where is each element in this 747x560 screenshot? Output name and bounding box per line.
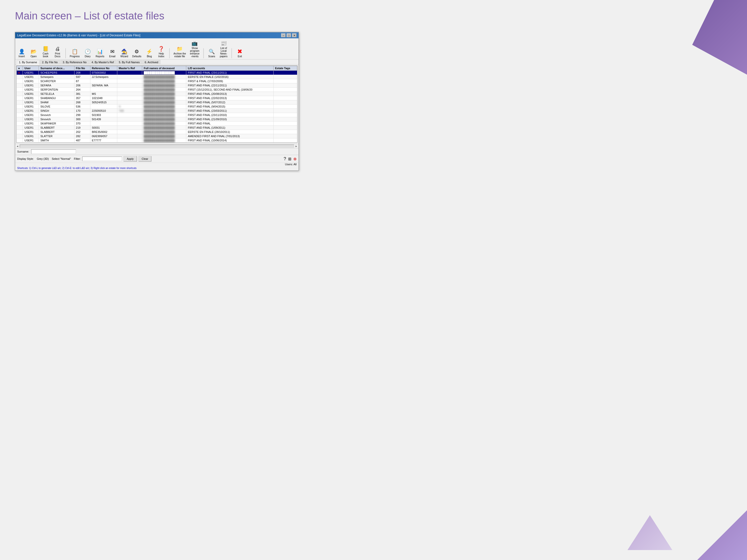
row-user: USER1: [23, 79, 39, 83]
filter-input[interactable]: [82, 157, 122, 161]
help-button[interactable]: ?: [284, 156, 286, 162]
tab-archived[interactable]: 6. Archived: [143, 60, 160, 64]
toolbar-exit[interactable]: ✖ Exit: [235, 48, 245, 58]
table-row[interactable]: USER1Scheepers597JJ Scheepers███████████…: [17, 75, 297, 79]
table-row[interactable]: USER1SHABANGU3571021048████████████████F…: [17, 96, 297, 100]
table-row[interactable]: USER1Sinovich300501439████████████████FI…: [17, 117, 297, 122]
close-button[interactable]: ✕: [292, 33, 297, 37]
col-header-fileno: File No: [74, 66, 90, 71]
row-accounts: FIRST AND FINAL (21/09/2010): [186, 117, 274, 122]
filter-label: Filter:: [74, 157, 81, 160]
row-dot-cell: [17, 113, 23, 117]
row-dot-cell: [17, 138, 23, 142]
row-accounts: FIRST AND FINAL (20/08/2013): [186, 92, 274, 96]
table-row[interactable]: USER1SERFONTEIN264████████████████FIRST …: [17, 88, 297, 92]
row-tags: [274, 117, 297, 122]
toolbar-open[interactable]: 📂 Open: [29, 48, 38, 58]
table-row[interactable]: USER1SCHROTER87████████████████FIRST & F…: [17, 79, 297, 83]
toolbar-blog[interactable]: ⚡ Blog: [145, 48, 154, 58]
table-row[interactable]: USER1SEFARA206SEFARA: MA████████████████…: [17, 83, 297, 88]
toolbar-insert[interactable]: 👤 Insert: [17, 48, 27, 58]
printdocs-label: PrintDocs: [55, 52, 60, 58]
tab-by-mastersref[interactable]: 4. By Master's Ref: [89, 60, 116, 64]
table-row[interactable]: USER1SHAW268S0524/0515████████████████FI…: [17, 100, 297, 105]
maximize-button[interactable]: □: [287, 33, 291, 37]
table-row[interactable]: USER1SETELELA381MS████████████████FIRST …: [17, 92, 297, 96]
row-tags: [274, 105, 297, 109]
wizard-icon: 🧙: [120, 48, 128, 55]
row-mastersref: [117, 79, 142, 83]
row-refno: [90, 79, 117, 83]
table-row[interactable]: USER1SILOVE536N████████████████FIRST AND…: [17, 105, 297, 109]
row-fullnames: ████████████████: [142, 79, 186, 83]
horizontal-scrollbar[interactable]: [20, 144, 294, 148]
row-refno: 501439: [90, 117, 117, 122]
row-surname: SHAW: [39, 100, 74, 105]
row-mastersref: [117, 122, 142, 126]
clear-button[interactable]: Clear: [138, 156, 151, 162]
toolbar-cashbook[interactable]: 📒 Cashbook: [41, 45, 51, 58]
tab-by-surname[interactable]: 1. By Surname: [17, 60, 39, 64]
toolbar-help[interactable]: ❓ HelpIndex: [156, 45, 166, 58]
surname-input[interactable]: [31, 149, 76, 154]
toolbar-defaults[interactable]: ⚙ Defaults: [131, 48, 143, 58]
row-accounts: EERSTE EN FINALE (1/02/2016): [186, 75, 274, 79]
progress-icon: 📋: [71, 48, 79, 55]
row-accounts: FIRST & FINAL (17/03/2009): [186, 79, 274, 83]
row-tags: [274, 130, 297, 134]
table-row[interactable]: USER1SLABBERT202BRE35/0002██████████████…: [17, 130, 297, 134]
page-title: Main screen – List of estate files: [15, 10, 732, 22]
grid-button[interactable]: ⊞: [288, 157, 291, 161]
scroll-left-arrow[interactable]: ◄: [16, 145, 19, 148]
row-mastersref: [117, 113, 142, 117]
toolbar-progress[interactable]: 📋 Progress: [69, 48, 81, 58]
close-icon[interactable]: ⊗: [293, 157, 297, 161]
toolbar-reports[interactable]: 📊 Reports: [95, 48, 105, 58]
status-bar: Display Style: Grey (3D) Select "Normal"…: [15, 155, 299, 162]
row-accounts: FIRST (15/12/2011), SECOND AND FINAL (18…: [186, 88, 274, 92]
toolbar-printdocs[interactable]: 🖨 PrintDocs: [53, 45, 62, 58]
apply-button[interactable]: Apply: [124, 156, 137, 162]
row-mastersref: [117, 71, 142, 75]
toolbar-wizard[interactable]: 🧙 Wizard: [119, 48, 129, 58]
table-row[interactable]: USER1SINGH17022S093510°MB███████████████…: [17, 109, 297, 113]
table-row[interactable]: USER1SLATTER28206/E999/057██████████████…: [17, 134, 297, 138]
row-tags: [274, 88, 297, 92]
table-row[interactable]: USER1SLABBERT219S0031████████████████FIR…: [17, 126, 297, 130]
row-fileno: 370: [74, 122, 90, 126]
row-fullnames: ████████████████: [142, 117, 186, 122]
table-row[interactable]: USER1SKAPINKER370████████████████FIRST A…: [17, 122, 297, 126]
row-mastersref: [117, 88, 142, 92]
row-accounts: FIRST AND FINAL (23/11/2011): [186, 71, 274, 75]
scroll-right-arrow[interactable]: ►: [295, 145, 298, 148]
table-row[interactable]: ●USER1SCHEEPERS20807S003002█████████████…: [17, 71, 297, 75]
minimize-button[interactable]: –: [281, 33, 286, 37]
shortcuts-bar: Shortcuts: 1) Ctrl-L to generate L&D a/c…: [15, 166, 299, 170]
toolbar-email[interactable]: ✉ Email: [107, 48, 117, 58]
defaults-icon: ⚙: [133, 48, 141, 55]
help-label: HelpIndex: [158, 52, 164, 58]
estate-table-container[interactable]: ● User Surname of dece... File No Refere…: [16, 65, 298, 143]
row-fileno: 170: [74, 109, 90, 113]
tab-by-refno[interactable]: 3. By Reference No: [60, 60, 89, 64]
scroll-bar-area: ◄ ►: [15, 144, 299, 148]
table-row[interactable]: USER1Sinovich299501903████████████████FI…: [17, 113, 297, 117]
row-surname: SCHROTER: [39, 79, 74, 83]
toolbar-sep1: [66, 48, 66, 58]
diary-label: Diary: [85, 55, 91, 58]
row-surname: SHABANGU: [39, 96, 74, 100]
toolbar-diary[interactable]: 🕐 Diary: [83, 48, 93, 58]
row-surname: SEFARA: [39, 83, 74, 88]
toolbar-showprog[interactable]: 📺 Showprogramenhance-ments: [189, 39, 201, 58]
tab-by-fullnames[interactable]: 5. By Full Names: [117, 60, 142, 64]
tab-by-fileno[interactable]: 2. By File No: [40, 60, 60, 64]
toolbar-listnews[interactable]: 📰 List ofLocalNews-papers: [218, 39, 229, 58]
cashbook-label: Cashbook: [43, 52, 48, 58]
row-mastersref: [117, 96, 142, 100]
toolbar-scans[interactable]: 🔍 Scans: [207, 48, 216, 58]
row-surname: Sinovich: [39, 117, 74, 122]
toolbar-archive[interactable]: 📁 Archive theestate file: [173, 45, 187, 58]
table-row[interactable]: USER1SMITH487E77777████████████████FIRST…: [17, 138, 297, 142]
row-dot-cell: [17, 83, 23, 88]
row-fileno: 381: [74, 92, 90, 96]
